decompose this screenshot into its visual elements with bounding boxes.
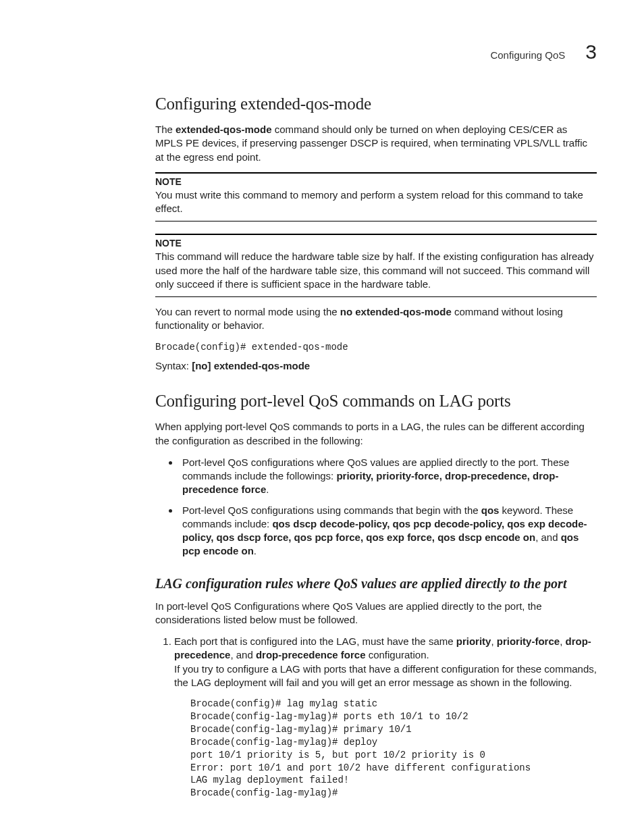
text: configuration. <box>365 649 429 660</box>
text: You can revert to normal mode using the <box>155 306 340 317</box>
cmd-priority-force: priority-force <box>497 635 560 647</box>
bullet-list: Port-level QoS configurations where QoS … <box>155 456 597 558</box>
section1-revert: You can revert to normal mode using the … <box>155 305 597 333</box>
cmd-extended-qos-mode: extended-qos-mode <box>176 124 272 135</box>
note-box-2: NOTE This command will reduce the hardwa… <box>155 234 597 297</box>
text: , and <box>535 531 561 543</box>
section-heading-extended-qos: Configuring extended-qos-mode <box>155 95 597 113</box>
step1-sub-paragraph: If you try to configure a LAG with ports… <box>174 662 597 690</box>
list-item: Each port that is configured into the LA… <box>174 635 597 800</box>
text: Port-level QoS configurations using comm… <box>182 504 481 516</box>
note-label: NOTE <box>155 176 597 187</box>
cmd-priority: priority <box>456 635 491 647</box>
section-heading-lag-ports: Configuring port-level QoS commands on L… <box>155 392 597 411</box>
cmd-drop-precedence-force: drop-precedence force <box>256 649 366 660</box>
section2-intro: When applying port-level QoS commands to… <box>155 420 597 448</box>
running-title: Configuring QoS <box>490 49 565 61</box>
list-item: Port-level QoS configurations where QoS … <box>180 456 597 497</box>
text: . <box>254 545 257 556</box>
content-area: Configuring extended-qos-mode The extend… <box>155 95 597 800</box>
subsection-heading: LAG configuration rules where QoS values… <box>155 576 597 592</box>
running-header: Configuring QoS 3 <box>490 41 597 63</box>
code-example-1: Brocade(config)# extended-qos-mode <box>155 341 597 354</box>
numbered-list: Each port that is configured into the LA… <box>155 635 597 800</box>
list-item: Port-level QoS configurations using comm… <box>180 504 597 558</box>
text: , <box>491 635 496 647</box>
cmd-qos-keyword: qos <box>481 504 500 516</box>
text: , and <box>230 649 256 660</box>
chapter-number: 3 <box>585 41 597 63</box>
note-label: NOTE <box>155 238 597 249</box>
syntax-line: Syntax: [no] extended-qos-mode <box>155 360 597 371</box>
cmd-no-extended-qos-mode: no extended-qos-mode <box>340 306 452 317</box>
note-box-1: NOTE You must write this command to memo… <box>155 172 597 222</box>
code-example-2: Brocade(config)# lag mylag static Brocad… <box>190 698 597 800</box>
section1-intro: The extended-qos-mode command should onl… <box>155 123 597 164</box>
note-text: You must write this command to memory an… <box>155 188 597 216</box>
text: The <box>155 124 176 135</box>
note-text: This command will reduce the hardware ta… <box>155 250 597 291</box>
text: . <box>266 484 269 495</box>
text: Each port that is configured into the LA… <box>174 635 456 647</box>
syntax-cmd: [no] extended-qos-mode <box>189 360 310 371</box>
subsection-intro: In port-level QoS Configurations where Q… <box>155 600 597 627</box>
page: Configuring QoS 3 Configuring extended-q… <box>0 0 644 834</box>
syntax-label: Syntax: <box>155 360 189 371</box>
